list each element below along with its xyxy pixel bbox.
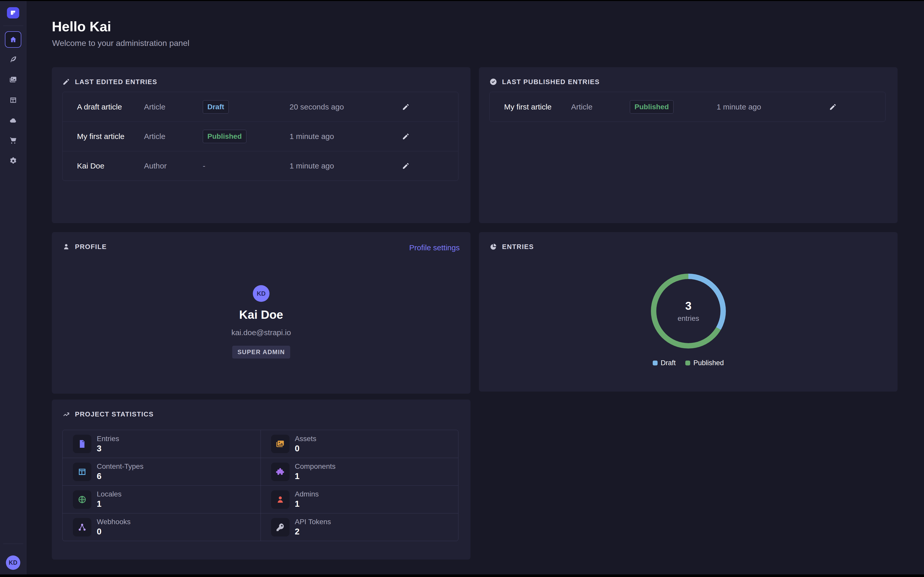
panel-title: PROJECT STATISTICS: [62, 410, 154, 419]
stat-content-types: Content-Types 6: [63, 458, 260, 485]
status-badge: Draft: [203, 100, 229, 114]
gear-icon: [9, 157, 17, 165]
legend-item-draft: Draft: [653, 359, 676, 367]
table-row: My first article Article Published 1 min…: [490, 92, 885, 122]
last-published-entries-panel: LAST PUBLISHED ENTRIES My first article …: [479, 67, 898, 223]
pencil-icon: [402, 162, 410, 170]
edit-entry-button[interactable]: [400, 160, 412, 172]
stat-admins: Admins 1: [260, 485, 459, 513]
strapi-logo[interactable]: [7, 7, 19, 18]
pencil-icon: [62, 78, 70, 85]
user-icon: [271, 490, 289, 509]
edit-entry-button[interactable]: [400, 101, 412, 113]
sidebar-item-media-library[interactable]: [5, 71, 21, 88]
published-swatch: [685, 361, 690, 366]
project-statistics-panel: PROJECT STATISTICS Entries 3 Assets 0 Co…: [52, 400, 470, 559]
key-icon: [271, 518, 289, 537]
profile-name: Kai Doe: [52, 308, 470, 322]
panel-title: ENTRIES: [489, 242, 534, 251]
edit-entry-button[interactable]: [400, 131, 412, 142]
pencil-icon: [402, 132, 410, 140]
main-content: Hello Kai Welcome to your administration…: [27, 1, 924, 574]
sidebar: KD: [0, 1, 26, 574]
globe-icon: [73, 490, 91, 509]
pie-chart-icon: [489, 243, 497, 251]
stat-assets: Assets 0: [260, 430, 459, 458]
table-row: A draft article Article Draft 20 seconds…: [63, 92, 458, 122]
sidebar-item-content-type-builder[interactable]: [5, 92, 21, 108]
timestamp: 1 minute ago: [289, 132, 400, 141]
cloud-icon: [9, 116, 17, 124]
chart-legend: Draft Published: [479, 359, 898, 367]
draft-swatch: [653, 361, 657, 366]
user-avatar[interactable]: KD: [6, 556, 20, 570]
stat-components: Components 1: [260, 458, 459, 485]
app-window: KD Hello Kai Welcome to your administrat…: [0, 1, 924, 574]
entries-count: 3: [685, 300, 691, 312]
last-published-table: My first article Article Published 1 min…: [489, 92, 885, 122]
last-edited-table: A draft article Article Draft 20 seconds…: [62, 92, 459, 181]
profile-panel: PROFILE Profile settings KD Kai Doe kai.…: [52, 232, 470, 394]
status-badge: Published: [630, 100, 674, 114]
nodes-icon: [73, 518, 91, 537]
page-subtitle: Welcome to your administration panel: [52, 39, 189, 48]
sidebar-item-marketplace[interactable]: [5, 132, 21, 148]
check-circle-icon: [489, 78, 497, 85]
layout-icon: [9, 96, 17, 104]
last-edited-entries-panel: LAST EDITED ENTRIES A draft article Arti…: [52, 67, 470, 223]
images-icon: [9, 76, 17, 84]
stat-locales: Locales 1: [63, 485, 260, 513]
sidebar-divider: [3, 26, 23, 26]
file-icon: [73, 435, 91, 453]
trending-up-icon: [62, 410, 70, 418]
panel-title: PROFILE: [62, 242, 107, 251]
home-icon: [9, 35, 17, 44]
layout-icon: [73, 463, 91, 481]
table-row: Kai Doe Author - 1 minute ago: [63, 151, 458, 181]
cart-icon: [9, 137, 17, 144]
panel-title: LAST PUBLISHED ENTRIES: [489, 77, 599, 86]
panel-title: LAST EDITED ENTRIES: [62, 77, 157, 86]
feather-icon: [9, 55, 17, 63]
sidebar-item-home[interactable]: [5, 31, 21, 48]
table-row: My first article Article Published 1 min…: [63, 122, 458, 151]
images-icon: [271, 435, 289, 453]
sidebar-item-content-manager[interactable]: [5, 51, 21, 68]
puzzle-icon: [271, 463, 289, 481]
entries-count-label: entries: [678, 314, 699, 322]
sidebar-item-settings[interactable]: [5, 153, 21, 169]
sidebar-item-deploy[interactable]: [5, 112, 21, 129]
timestamp: 1 minute ago: [717, 103, 827, 111]
entries-donut-chart: 3 entries: [651, 274, 726, 348]
entries-panel: ENTRIES 3 entries Draft Published: [479, 232, 898, 392]
stats-grid: Entries 3 Assets 0 Content-Types 6: [62, 430, 459, 541]
timestamp: 1 minute ago: [289, 161, 400, 170]
profile-avatar: KD: [253, 285, 270, 302]
page-title: Hello Kai: [52, 18, 111, 34]
edit-entry-button[interactable]: [827, 101, 838, 113]
stat-api-tokens: API Tokens 2: [260, 513, 459, 541]
stat-webhooks: Webhooks 0: [63, 513, 260, 541]
stat-entries: Entries 3: [63, 430, 260, 458]
profile-email: kai.doe@strapi.io: [52, 328, 470, 337]
timestamp: 20 seconds ago: [289, 103, 400, 111]
profile-settings-link[interactable]: Profile settings: [409, 243, 460, 252]
pencil-icon: [829, 103, 837, 111]
role-badge: SUPER ADMIN: [232, 346, 290, 358]
user-icon: [62, 243, 70, 251]
status-empty: -: [203, 161, 205, 170]
legend-item-published: Published: [685, 359, 724, 367]
status-badge: Published: [203, 130, 246, 143]
pencil-icon: [402, 103, 410, 111]
